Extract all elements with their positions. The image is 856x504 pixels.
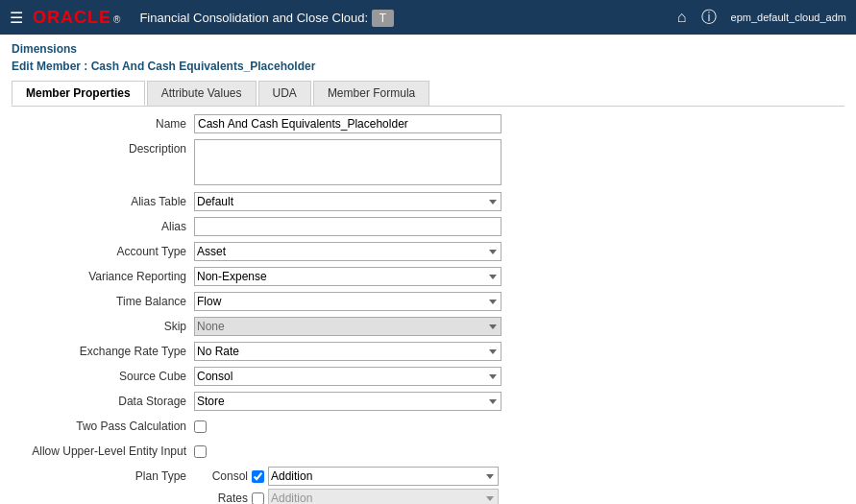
variance-reporting-label: Variance Reporting [12, 267, 194, 283]
allow-upper-row: Allow Upper-Level Entity Input [12, 442, 844, 463]
rates-plan-label: Rates [194, 492, 252, 504]
plan-type-row: Plan Type Consol Addition Rates Addition [12, 467, 844, 504]
alias-table-control: Default [194, 192, 501, 211]
data-storage-row: Data Storage Store [12, 392, 844, 413]
skip-control: None [194, 317, 501, 336]
name-control [194, 114, 501, 133]
account-type-label: Account Type [12, 242, 194, 258]
alias-row: Alias [12, 217, 844, 238]
description-control [194, 139, 501, 188]
app-instance-name: T [372, 10, 394, 27]
user-name: epm_default_cloud_adm [731, 12, 846, 23]
time-balance-row: Time Balance Flow [12, 292, 844, 313]
consol-plan-row: Consol Addition [194, 467, 844, 486]
data-storage-select[interactable]: Store [194, 392, 501, 411]
alias-table-select[interactable]: Default [194, 192, 501, 211]
edit-member-title: Edit Member : Cash And Cash Equivalents_… [12, 60, 844, 73]
alias-label: Alias [12, 217, 194, 233]
member-properties-form: Name Description Alias Table Default Ali… [12, 107, 844, 504]
consol-plan-label: Consol [194, 469, 252, 483]
exchange-rate-type-select[interactable]: No Rate [194, 342, 501, 361]
exchange-rate-type-row: Exchange Rate Type No Rate [12, 342, 844, 363]
account-type-row: Account Type Asset [12, 242, 844, 263]
app-title: Financial Consolidation and Close Cloud:… [139, 11, 667, 25]
tab-member-formula[interactable]: Member Formula [313, 81, 429, 106]
skip-label: Skip [12, 317, 194, 333]
exchange-rate-type-label: Exchange Rate Type [12, 342, 194, 358]
tab-bar: Member Properties Attribute Values UDA M… [12, 81, 844, 107]
tab-member-properties[interactable]: Member Properties [12, 81, 145, 106]
tab-uda[interactable]: UDA [258, 81, 311, 106]
allow-upper-checkbox[interactable] [194, 445, 207, 458]
variance-reporting-control: Non-Expense [194, 267, 501, 286]
variance-reporting-select[interactable]: Non-Expense [194, 267, 501, 286]
rates-plan-select[interactable]: Addition [268, 489, 499, 504]
plan-type-label: Plan Type [12, 467, 194, 483]
description-input[interactable] [194, 139, 501, 185]
description-row: Description [12, 139, 844, 188]
breadcrumb: Dimensions [12, 42, 844, 56]
home-icon[interactable]: ⌂ [677, 9, 687, 26]
skip-row: Skip None [12, 317, 844, 338]
rates-plan-checkbox[interactable] [252, 492, 264, 505]
tab-attribute-values[interactable]: Attribute Values [147, 81, 257, 106]
alias-control [194, 217, 501, 236]
source-cube-select[interactable]: Consol [194, 367, 501, 386]
time-balance-control: Flow [194, 292, 501, 311]
plan-type-controls: Consol Addition Rates Addition [194, 467, 844, 504]
name-row: Name [12, 114, 844, 135]
main-page: Dimensions Edit Member : Cash And Cash E… [0, 35, 856, 504]
alias-input[interactable] [194, 217, 501, 236]
two-pass-row: Two Pass Calculation [12, 417, 844, 438]
source-cube-label: Source Cube [12, 367, 194, 383]
consol-plan-checkbox[interactable] [252, 470, 264, 483]
variance-reporting-row: Variance Reporting Non-Expense [12, 267, 844, 288]
two-pass-checkbox[interactable] [194, 420, 207, 433]
data-storage-label: Data Storage [12, 392, 194, 408]
account-type-control: Asset [194, 242, 501, 261]
user-profile-icon[interactable]: ⓘ [701, 8, 717, 28]
oracle-logo: ORACLE® [33, 8, 120, 28]
allow-upper-control [194, 442, 501, 461]
alias-table-label: Alias Table [12, 192, 194, 208]
allow-upper-label: Allow Upper-Level Entity Input [12, 442, 194, 458]
source-cube-control: Consol [194, 367, 501, 386]
menu-icon[interactable]: ☰ [10, 9, 23, 27]
alias-table-row: Alias Table Default [12, 192, 844, 213]
skip-select[interactable]: None [194, 317, 501, 336]
two-pass-control [194, 417, 501, 436]
consol-plan-select[interactable]: Addition [268, 467, 499, 486]
description-label: Description [12, 139, 194, 156]
time-balance-label: Time Balance [12, 292, 194, 308]
account-type-select[interactable]: Asset [194, 242, 501, 261]
app-title-text: Financial Consolidation and Close Cloud: [139, 11, 368, 25]
rates-plan-row: Rates Addition [194, 489, 844, 504]
header-actions: ⌂ ⓘ epm_default_cloud_adm [677, 8, 846, 28]
time-balance-select[interactable]: Flow [194, 292, 501, 311]
two-pass-label: Two Pass Calculation [12, 417, 194, 433]
exchange-rate-type-control: No Rate [194, 342, 501, 361]
name-input[interactable] [194, 114, 501, 133]
data-storage-control: Store [194, 392, 501, 411]
name-label: Name [12, 114, 194, 131]
source-cube-row: Source Cube Consol [12, 367, 844, 388]
app-header: ☰ ORACLE® Financial Consolidation and Cl… [0, 0, 856, 35]
